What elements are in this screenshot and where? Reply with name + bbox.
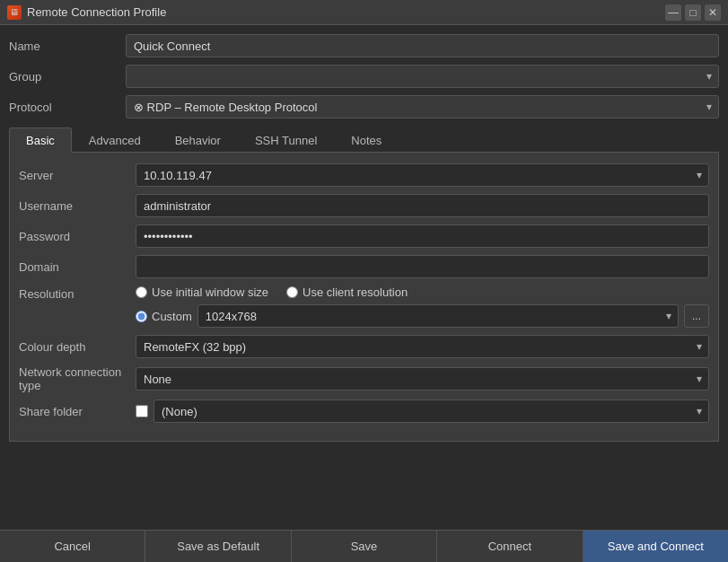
resolution-custom-group: Custom 1024x768 1280x720 1920x1080 800x6… (136, 304, 709, 328)
minimize-button[interactable]: — (665, 4, 681, 21)
close-button[interactable]: ✕ (705, 4, 721, 21)
protocol-label: Protocol (9, 101, 126, 114)
share-folder-control: (None) (136, 400, 709, 423)
share-folder-checkbox[interactable] (136, 405, 148, 417)
username-label: Username (19, 199, 136, 213)
share-folder-row: Share folder (None) (19, 400, 709, 423)
group-row: Group (9, 65, 719, 88)
tab-content-basic: Server 10.10.119.47 Username Password Do… (9, 153, 719, 442)
name-label: Name (9, 40, 126, 53)
save-connect-button[interactable]: Save and Connect (583, 531, 728, 562)
title-bar: 🖥 Remote Connection Profile — □ ✕ (0, 0, 728, 25)
colour-depth-select-wrapper: RemoteFX (32 bpp) True colour (24 bpp) H… (136, 335, 709, 358)
colour-depth-label: Colour depth (19, 340, 136, 354)
tab-ssh-tunnel[interactable]: SSH Tunnel (238, 127, 334, 153)
window-controls: — □ ✕ (665, 4, 721, 21)
colour-depth-row: Colour depth RemoteFX (32 bpp) True colo… (19, 335, 709, 358)
resolution-custom-select[interactable]: 1024x768 1280x720 1920x1080 800x600 (197, 304, 679, 328)
resolution-custom-select-wrapper: 1024x768 1280x720 1920x1080 800x600 (197, 304, 679, 328)
username-row: Username (19, 194, 709, 217)
network-connection-type-row: Network connection type None Modem Low-s… (19, 365, 709, 392)
tab-behavior[interactable]: Behavior (158, 127, 238, 153)
resolution-custom-option[interactable]: Custom (136, 310, 192, 323)
save-button[interactable]: Save (292, 531, 437, 562)
server-row: Server 10.10.119.47 (19, 163, 709, 187)
save-default-button[interactable]: Save as Default (145, 531, 291, 562)
resolution-initial-option[interactable]: Use initial window size (136, 285, 268, 299)
protocol-row: Protocol ⊗ RDP – Remote Desktop Protocol… (9, 95, 719, 119)
resolution-initial-radio[interactable] (136, 286, 147, 298)
name-row: Name (9, 34, 719, 57)
network-connection-type-select[interactable]: None Modem Low-speed broadband High-spee… (136, 367, 709, 391)
password-input[interactable] (136, 224, 709, 248)
server-label: Server (19, 169, 136, 182)
window-title: Remote Connection Profile (27, 5, 166, 19)
username-input[interactable] (136, 194, 709, 217)
share-folder-label: Share folder (19, 405, 136, 418)
resolution-custom-label: Custom (152, 310, 192, 323)
resolution-more-button[interactable]: ... (684, 304, 709, 328)
resolution-client-option[interactable]: Use client resolution (286, 285, 408, 299)
footer-bar: Cancel Save as Default Save Connect Save… (0, 530, 728, 562)
server-select-wrapper: 10.10.119.47 (136, 163, 709, 187)
cancel-button[interactable]: Cancel (0, 531, 145, 562)
protocol-select[interactable]: ⊗ RDP – Remote Desktop Protocol VNC SSH (126, 95, 719, 119)
resolution-client-radio[interactable] (286, 286, 298, 298)
domain-row: Domain (19, 255, 709, 278)
tab-bar: Basic Advanced Behavior SSH Tunnel Notes (9, 127, 719, 153)
tab-notes[interactable]: Notes (334, 127, 399, 153)
domain-input[interactable] (136, 255, 709, 278)
group-select[interactable] (126, 65, 719, 88)
tab-basic[interactable]: Basic (9, 127, 72, 153)
resolution-row: Resolution Use initial window size Use c… (19, 285, 709, 328)
server-select[interactable]: 10.10.119.47 (136, 163, 709, 187)
main-content: Name Group Protocol ⊗ RDP – Remote Deskt… (0, 25, 728, 442)
resolution-initial-label: Use initial window size (152, 285, 268, 299)
share-folder-select-wrapper: (None) (153, 400, 709, 423)
password-row: Password (19, 224, 709, 248)
app-icon: 🖥 (7, 5, 22, 20)
protocol-select-wrapper: ⊗ RDP – Remote Desktop Protocol VNC SSH (126, 95, 719, 119)
share-folder-select[interactable]: (None) (153, 400, 709, 423)
domain-label: Domain (19, 260, 136, 274)
resolution-custom-radio[interactable] (136, 311, 147, 322)
resolution-options: Use initial window size Use client resol… (136, 285, 709, 328)
group-select-wrapper (126, 65, 719, 88)
title-bar-left: 🖥 Remote Connection Profile (7, 5, 166, 20)
resolution-radio-group: Use initial window size Use client resol… (136, 285, 709, 299)
network-connection-type-label: Network connection type (19, 365, 136, 392)
connect-button[interactable]: Connect (437, 531, 583, 562)
tab-advanced[interactable]: Advanced (72, 127, 158, 153)
password-label: Password (19, 230, 136, 243)
network-connection-type-select-wrapper: None Modem Low-speed broadband High-spee… (136, 367, 709, 391)
resolution-label: Resolution (19, 285, 136, 301)
maximize-button[interactable]: □ (685, 4, 701, 21)
group-label: Group (9, 70, 126, 83)
colour-depth-select[interactable]: RemoteFX (32 bpp) True colour (24 bpp) H… (136, 335, 709, 358)
name-input[interactable] (126, 34, 719, 57)
resolution-client-label: Use client resolution (303, 285, 408, 299)
